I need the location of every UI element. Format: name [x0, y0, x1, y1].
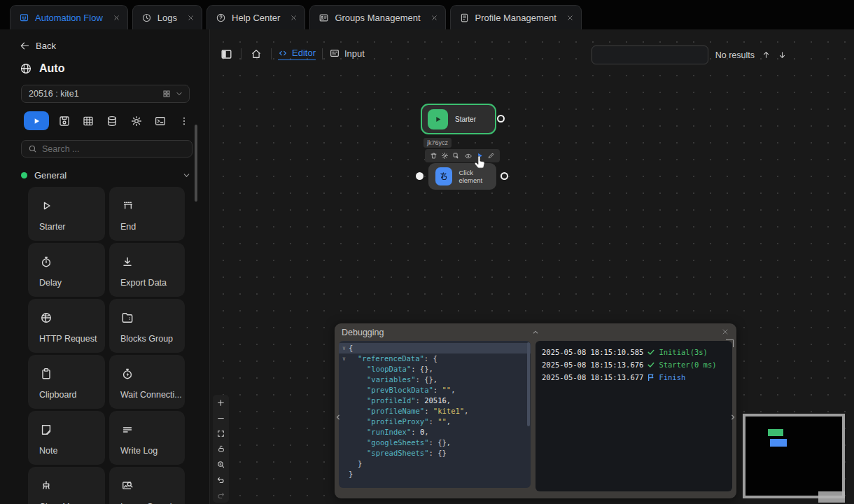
collapse-arrow-icon[interactable]: ∨: [342, 343, 346, 354]
edit-pencil-icon[interactable]: [487, 152, 495, 160]
arrow-down-icon[interactable]: [778, 50, 787, 59]
json-line: "profileId": 20516,: [339, 396, 531, 406]
click-input-handle[interactable]: [416, 172, 424, 180]
database-button[interactable]: [104, 113, 120, 130]
debugging-body: ∨{∨"referenceData": {"loopData": {},"var…: [335, 341, 736, 491]
tab-help-center[interactable]: Help Center: [206, 5, 305, 29]
delete-icon[interactable]: [430, 152, 438, 160]
tab-editor[interactable]: Editor: [278, 48, 316, 60]
block-delay[interactable]: Delay: [28, 243, 105, 297]
tab-profile-management[interactable]: Profile Management: [450, 5, 582, 29]
tab-label: Help Center: [232, 13, 280, 23]
json-line: "variables": {},: [339, 374, 531, 385]
back-button[interactable]: Back: [20, 41, 209, 51]
table-button[interactable]: [80, 113, 97, 130]
block-label: Starter: [39, 222, 101, 232]
block-end[interactable]: End: [109, 187, 185, 241]
profile-selector[interactable]: 20516 : kite1: [21, 85, 190, 103]
settings-icon[interactable]: [441, 152, 449, 160]
more-options-button[interactable]: [176, 113, 192, 130]
tab-input[interactable]: Input: [329, 48, 365, 60]
close-icon[interactable]: [113, 14, 120, 22]
minimap[interactable]: [743, 414, 845, 498]
play-icon: [39, 199, 105, 213]
starter-output-handle[interactable]: [497, 115, 505, 122]
globe-icon: [39, 311, 105, 325]
sidebar: Back Auto 20516 : kite1: [0, 29, 210, 504]
block-note[interactable]: Note: [28, 411, 105, 465]
download-icon: [120, 255, 185, 269]
canvas-search-area: No results: [592, 46, 787, 64]
home-button[interactable]: [248, 46, 265, 62]
undo-button[interactable]: [214, 474, 227, 485]
node-toolbar: [425, 149, 500, 162]
json-token: "": [442, 386, 451, 394]
block-export-data[interactable]: Export Data: [109, 243, 185, 297]
debug-json-viewer[interactable]: ∨{∨"referenceData": {"loopData": {},"var…: [339, 341, 531, 488]
zoom-select-button[interactable]: [214, 458, 227, 470]
block-starter[interactable]: Starter: [28, 187, 105, 241]
flow-canvas[interactable]: Editor Input No results: [210, 29, 854, 504]
block-write-log[interactable]: Write Log: [109, 411, 185, 465]
run-workflow-button[interactable]: [24, 111, 49, 130]
block-http-request[interactable]: HTTP Request: [28, 299, 105, 353]
close-icon[interactable]: [721, 328, 729, 336]
image-search-icon: [120, 479, 185, 493]
click-output-handle[interactable]: [500, 172, 508, 180]
panel-left-arrow-icon[interactable]: [334, 413, 342, 421]
close-icon[interactable]: [290, 14, 298, 22]
close-icon[interactable]: [187, 14, 195, 22]
collapse-chevron-icon[interactable]: [531, 328, 540, 337]
block-search[interactable]: [21, 140, 192, 158]
disable-eye-icon[interactable]: [464, 152, 472, 160]
search-input[interactable]: [42, 144, 168, 154]
sidebar-scrollbar[interactable]: [195, 125, 197, 202]
zoom-out-button[interactable]: [214, 412, 227, 424]
close-icon[interactable]: [430, 14, 438, 22]
canvas-search-box[interactable]: [592, 46, 708, 64]
block-clipboard[interactable]: Clipboard: [28, 355, 105, 409]
debug-log-viewer[interactable]: 2025-05-08 18:15:10.585Initial(3s)2025-0…: [536, 341, 732, 491]
zoom-in-button[interactable]: [214, 397, 227, 408]
log-entry: 2025-05-08 18:15:10.585Initial(3s): [542, 346, 732, 358]
redo-button[interactable]: [214, 489, 227, 500]
collapse-arrow-icon[interactable]: ∨: [342, 354, 346, 364]
block-image-search[interactable]: Image Search: [109, 467, 185, 504]
log-entry: 2025-05-08 18:15:13.676Starter(0 ms): [542, 358, 732, 371]
json-token: ,: [451, 386, 455, 394]
block-label: Clipboard: [39, 390, 101, 400]
panel-right-arrow-icon[interactable]: [729, 413, 737, 421]
duplicate-icon[interactable]: [452, 152, 460, 160]
help-icon: [216, 13, 226, 23]
panel-toggle-icon[interactable]: [218, 46, 234, 62]
save-button[interactable]: [56, 113, 73, 130]
clock-icon: [141, 13, 152, 23]
grid-small-icon[interactable]: [162, 90, 171, 98]
block-blocks-group[interactable]: Blocks Group: [109, 299, 185, 353]
search-results-label: No results: [715, 50, 755, 60]
tab-groups-management[interactable]: Groups Management: [309, 5, 445, 29]
section-general[interactable]: General: [21, 170, 191, 181]
json-token: "profileId": [367, 396, 416, 405]
code-icon: [278, 48, 288, 58]
chevron-down-icon[interactable]: [182, 171, 191, 180]
json-scrollbar[interactable]: [527, 342, 530, 426]
node-starter[interactable]: Starter: [421, 104, 496, 134]
block-wait-connection[interactable]: Wait Connecti...: [109, 355, 185, 409]
tab-label: Logs: [158, 13, 177, 23]
arrow-up-icon[interactable]: [762, 50, 771, 59]
block-clear-memory[interactable]: Clear Memory: [28, 467, 105, 504]
close-icon[interactable]: [566, 14, 574, 22]
debugging-header[interactable]: Debugging: [335, 323, 736, 341]
tab-logs[interactable]: Logs: [132, 5, 202, 29]
settings-button[interactable]: [128, 113, 145, 130]
back-label: Back: [36, 41, 56, 51]
main-area: Back Auto 20516 : kite1: [0, 29, 854, 504]
canvas-search-input[interactable]: [592, 46, 708, 64]
divider: [271, 48, 272, 59]
tab-automation-flow[interactable]: Automation Flow: [10, 5, 128, 29]
terminal-button[interactable]: [152, 113, 169, 130]
fit-view-button[interactable]: [214, 428, 227, 439]
back-arrow-icon: [20, 41, 30, 51]
lock-button[interactable]: [214, 443, 227, 454]
